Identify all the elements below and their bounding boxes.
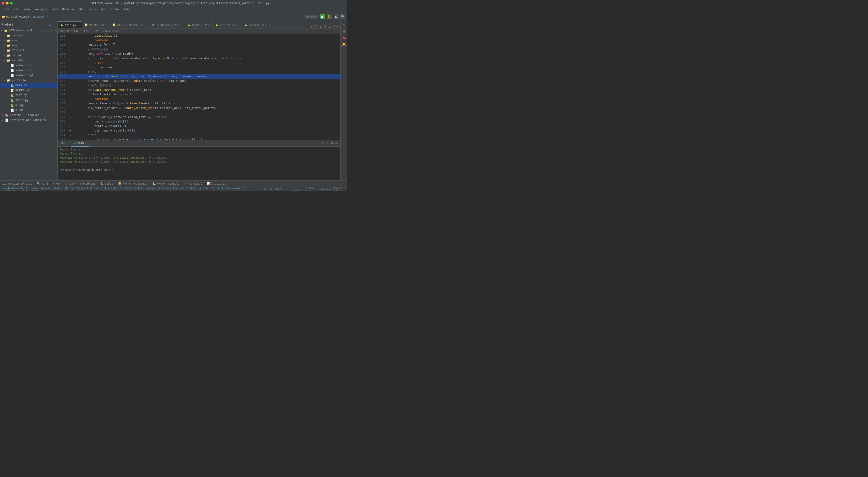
menu-run[interactable]: Run [78,7,86,11]
menu-view[interactable]: View [22,7,32,11]
btab-python-packages[interactable]: 📦 Python Packages [116,181,149,187]
btab-todo[interactable]: ☑ TODO [63,181,77,187]
python-file-icon: 🐍 [10,84,14,87]
run-tab-main[interactable]: ▶ main ✕ [71,140,89,147]
tree-item-readme[interactable]: 📝 README.md [0,88,57,93]
status-line-ending[interactable]: CRLF [275,188,281,191]
breadcrumb-item-0[interactable]: WorkerThread [60,29,78,32]
status-tabnine[interactable]: tabnine [321,188,331,191]
window-minimize-button[interactable] [6,2,8,4]
sidebar-collapse-btn[interactable]: — [53,23,56,26]
run-tab-close-btn[interactable]: ✕ [85,142,87,144]
btab-python-console[interactable]: 🐍 Python Console [150,181,182,187]
tab-close-btn[interactable]: ✕ [238,24,239,26]
code-editor[interactable]: 282 time.sleep(1) 283 continue 284 resul… [58,33,340,140]
spacer [7,69,10,72]
menu-tools[interactable]: Tools [87,7,98,11]
line-gutter: ◆ [68,133,72,137]
menu-navigate[interactable]: Navigate [33,7,50,11]
settings-button[interactable]: ⚙ [334,14,339,19]
status-event-log[interactable]: Event Log [334,187,345,191]
run-restart-btn[interactable]: ↻ [322,141,325,146]
tab-close-btn[interactable]: ✕ [78,24,79,26]
vtab-notifications[interactable]: 🔔 [341,41,347,47]
vtab-structure[interactable]: S [341,22,347,28]
vtab-bookmarks[interactable]: 🔖 [341,35,347,41]
menu-vcs[interactable]: VCS [99,7,107,11]
tree-root[interactable]: ▼ 📁 OCTrack_yolov5 D:\lg\BaiduSyncdisk [0,28,57,33]
tab-close-btn[interactable]: ✕ [180,24,182,26]
menu-file[interactable]: File [1,7,11,11]
tree-item-icon[interactable]: ▶ 📁 icon [0,38,57,43]
run-close-panel-btn[interactable]: — [335,141,339,146]
run-button[interactable]: ▶ [320,14,325,19]
branch-indicator[interactable]: ⎇ main [304,15,318,19]
tree-item-toolspy[interactable]: 🐍 tools.py [0,98,57,103]
status-indent[interactable]: 8 spaces [293,187,303,191]
tab-close-btn[interactable]: ✕ [208,24,210,26]
tree-item-output[interactable]: ▶ 📁 output [0,53,57,58]
tree-item-yolov5l[interactable]: 📄 yolov5l.pt [0,63,57,68]
tab-close-btn[interactable]: ✕ [105,24,107,26]
tree-item-yolov5x6[interactable]: 📄 yolov5x6.pt [0,73,57,78]
btab-find[interactable]: 🔍 Find [35,181,50,187]
line-number: 298 [58,106,68,110]
tree-item-yolov5-62[interactable]: ▼ 📁 yolov5_62 [0,78,57,83]
window-maximize-button[interactable] [10,2,13,4]
menu-help[interactable]: Help [122,7,132,11]
btab-version-control[interactable]: ⎇ Version Control [1,181,34,187]
line-number: 285 [58,47,68,52]
status-python[interactable]: Python 3.8 [306,187,318,191]
tree-item-uiui[interactable]: 📄 UI.ui [0,107,57,113]
vtab-hierarchy[interactable]: H [341,29,347,34]
tab-mainpy[interactable]: 🐍 main.py ✕ [58,22,82,28]
btab-terminal[interactable]: >_ Terminal [182,181,204,187]
breadcrumb-item-1[interactable]: run() [83,29,90,32]
tree-item-external-libs[interactable]: ▶ 📚 External Libraries [0,113,57,118]
tree-item-mainpy[interactable]: 🐍 main.py [0,83,57,88]
tree-item-uipy[interactable]: 🐍 UI.py [0,103,57,107]
btab-statistic[interactable]: 📊 Statistic [205,181,228,187]
debug-button[interactable]: 🐛 [327,14,332,19]
btab-problems[interactable]: ⚠ Problems [78,181,98,187]
breadcrumb-item-3[interactable]: while True [103,29,118,32]
btab-debug[interactable]: 🐛 Debug [98,181,115,187]
menu-window[interactable]: Window [108,7,121,11]
run-stop-btn[interactable]: ■ [326,141,329,146]
menu-refactor[interactable]: Refactor [60,7,77,11]
tree-item-img[interactable]: ▶ 📁 img [0,43,57,48]
status-position[interactable]: 291:21 [264,188,272,191]
tab-inferer[interactable]: 🐍 inferer.py ✕ [213,22,242,28]
tree-item-weights[interactable]: ▼ 📁 weights [0,58,57,63]
tab-close-btn[interactable]: ✕ [145,24,146,26]
btab-run[interactable]: ▶ Run [51,181,63,187]
tab-ocsort[interactable]: 🐍 ocsort.py ✕ [185,22,213,28]
tab-common[interactable]: 🐍 common.py ✕ [242,22,270,28]
tree-item-oc-track[interactable]: ▶ 📁 OC_track [0,48,57,53]
tab-tutorial[interactable]: 📓 tutorial.ipynb ✕ [149,22,185,28]
tree-item-yolov5s[interactable]: 📄 yolov5s.pt [0,68,57,73]
tabs-bar: 🐍 main.py ✕ 📝 README.md ✕ 📝 D:\...\READM… [58,21,340,29]
menu-edit[interactable]: Edit [11,7,22,11]
tree-item-scratches[interactable]: ▶ 📄 Scratches and Consoles [0,118,57,123]
ui-file-icon: 📄 [10,108,14,112]
menu-code[interactable]: Code [50,7,60,11]
line-content: ret, self.img = cap.read() [72,52,340,56]
window-close-button[interactable] [2,2,4,4]
code-line-282: 282 time.sleep(1) [58,33,340,38]
status-bar: Download pre-built shared indexes: Reduc… [0,187,347,191]
tabs-scroll-btn[interactable]: ▼ [337,25,339,28]
line-gutter [68,97,72,101]
breadcrumb-item-2[interactable]: try [94,29,99,32]
status-encoding[interactable]: UTF-8 [284,187,290,191]
tree-item-testpy[interactable]: 🐍 test.py [0,93,57,98]
tab-readme-d[interactable]: 📝 D:\...\README.md ✕ [110,22,149,28]
spacer [7,109,10,112]
search-button[interactable]: 🔍 [340,14,345,19]
tab-readme[interactable]: 📝 README.md ✕ [82,22,110,28]
tab-close-btn[interactable]: ✕ [265,24,267,26]
sidebar-settings-btn[interactable]: ⚙ [49,23,52,26]
status-notification[interactable]: Download pre-built shared indexes: Reduc… [2,187,260,191]
tree-item-datasets[interactable]: ▶ 📁 datasets [0,33,57,38]
run-settings-btn[interactable]: ⚙ [330,141,334,146]
